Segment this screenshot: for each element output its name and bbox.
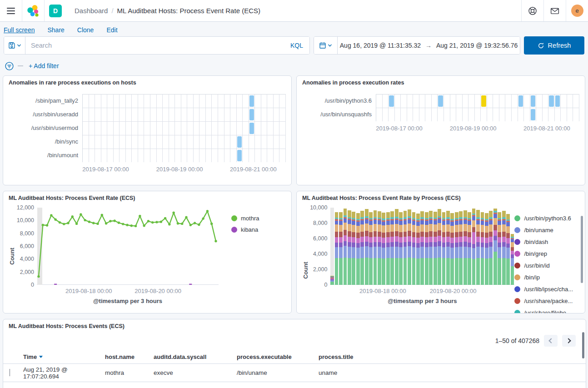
bar-segment[interactable] (352, 225, 355, 232)
bar-segment[interactable] (390, 217, 394, 219)
bar-segment[interactable] (429, 242, 433, 247)
swimlane-cell[interactable] (468, 108, 475, 121)
bar-segment[interactable] (395, 258, 399, 285)
bar-segment[interactable] (365, 218, 369, 219)
bar-segment[interactable] (374, 231, 377, 237)
swimlane-cell[interactable] (243, 121, 249, 135)
bar-segment[interactable] (506, 222, 510, 226)
bar-segment[interactable] (485, 222, 488, 226)
bar-segment[interactable] (339, 232, 343, 237)
bar-segment[interactable] (498, 225, 501, 232)
column-header-time[interactable]: Time (23, 353, 105, 360)
swimlane-cell[interactable] (218, 108, 224, 121)
bar-segment[interactable] (369, 212, 373, 219)
bar-segment[interactable] (472, 248, 476, 259)
bar-segment[interactable] (420, 219, 424, 220)
bar-segment[interactable] (463, 224, 467, 231)
bar-segment[interactable] (425, 247, 429, 259)
swimlane-cell[interactable] (169, 94, 175, 108)
bar-segment[interactable] (382, 233, 385, 238)
bar-segment[interactable] (476, 224, 480, 232)
bar-segment[interactable] (369, 232, 373, 237)
swimlane-cell[interactable] (499, 108, 506, 121)
bar-segment[interactable] (446, 217, 450, 219)
bar-segment[interactable] (352, 218, 355, 219)
bar-segment[interactable] (489, 242, 493, 247)
bar-segment[interactable] (468, 221, 471, 225)
anomaly-cell[interactable] (237, 150, 242, 161)
swimlane-cell[interactable] (279, 94, 286, 108)
bar-segment[interactable] (442, 218, 446, 219)
bar-segment[interactable] (365, 231, 369, 236)
bar-segment[interactable] (420, 258, 424, 285)
saved-query-button[interactable] (4, 37, 25, 54)
bar-segment[interactable] (511, 251, 514, 255)
bar-segment[interactable] (390, 247, 394, 258)
bar-segment[interactable] (425, 237, 429, 243)
swimlane-cell[interactable] (107, 135, 114, 149)
bar-segment[interactable] (425, 218, 429, 219)
swimlane-cell[interactable] (518, 94, 524, 108)
bar-segment[interactable] (425, 258, 429, 285)
bar-segment[interactable] (365, 246, 369, 258)
bar-stack[interactable] (442, 208, 446, 285)
swimlane-cell[interactable] (132, 108, 138, 121)
bar-segment[interactable] (378, 232, 381, 237)
bar-segment[interactable] (352, 219, 355, 221)
swimlane-cell[interactable] (114, 94, 120, 108)
bar-segment[interactable] (420, 217, 424, 219)
swimlane-cell[interactable] (383, 108, 389, 121)
swimlane-cell[interactable] (150, 135, 157, 149)
bar-segment[interactable] (489, 217, 493, 219)
bar-segment[interactable] (386, 212, 390, 218)
swimlane-cell[interactable] (107, 94, 114, 108)
bar-segment[interactable] (446, 242, 450, 247)
swimlane-cell[interactable] (132, 149, 138, 162)
swimlane-cell[interactable] (114, 149, 120, 162)
bar-segment[interactable] (360, 219, 364, 220)
bar-segment[interactable] (468, 219, 471, 221)
swimlane-cell[interactable] (432, 108, 438, 121)
bar-segment[interactable] (395, 224, 399, 231)
bar-segment[interactable] (360, 242, 364, 247)
bar-stack[interactable] (481, 208, 484, 285)
bar-segment[interactable] (511, 237, 514, 238)
bar-segment[interactable] (339, 212, 343, 218)
bar-segment[interactable] (446, 224, 450, 232)
bar-stack[interactable] (390, 208, 394, 285)
bar-segment[interactable] (416, 238, 420, 243)
bar-segment[interactable] (489, 237, 493, 242)
bar-segment[interactable] (348, 224, 351, 231)
expand-row-icon[interactable] (10, 369, 10, 376)
bar-segment[interactable] (498, 218, 501, 219)
bar-segment[interactable] (493, 218, 497, 225)
bar-segment[interactable] (412, 237, 416, 243)
swimlane-cell[interactable] (144, 149, 150, 162)
bar-segment[interactable] (356, 238, 360, 244)
bar-stack[interactable] (511, 208, 514, 285)
swimlane-cell[interactable] (101, 135, 108, 149)
notifications-button[interactable] (544, 0, 566, 21)
swimlane-cell[interactable] (199, 135, 206, 149)
swimlane-cell[interactable] (505, 108, 512, 121)
bar-segment[interactable] (434, 212, 437, 218)
bar-segment[interactable] (459, 237, 463, 242)
swimlane-cell[interactable] (138, 121, 145, 135)
swimlane-cell[interactable] (218, 135, 224, 149)
bar-segment[interactable] (425, 219, 429, 221)
bar-segment[interactable] (378, 211, 381, 218)
bar-segment[interactable] (459, 258, 463, 285)
bar-segment[interactable] (330, 278, 334, 279)
swimlane-cell[interactable] (181, 149, 188, 162)
bar-segment[interactable] (408, 242, 411, 246)
bar-segment[interactable] (335, 212, 339, 218)
bar-segment[interactable] (446, 220, 450, 224)
bar-segment[interactable] (463, 231, 467, 237)
bar-segment[interactable] (502, 220, 506, 224)
bar-segment[interactable] (463, 210, 467, 217)
bar-segment[interactable] (511, 247, 514, 251)
bar-segment[interactable] (459, 224, 463, 232)
bar-segment[interactable] (420, 232, 424, 237)
bar-stack[interactable] (485, 208, 488, 285)
bar-segment[interactable] (438, 218, 441, 219)
